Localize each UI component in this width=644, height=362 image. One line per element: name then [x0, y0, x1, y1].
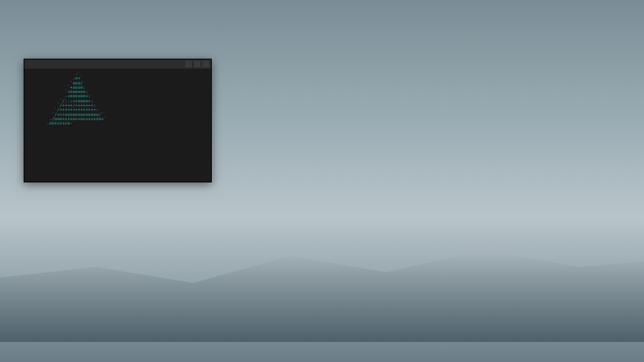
close-icon[interactable] [203, 61, 209, 67]
terminal-window[interactable]: -` .o+` `ooo/ `+oooo: `+oooooo: -+oooooo… [24, 59, 212, 182]
terminal-body[interactable]: -` .o+` `ooo/ `+oooo: `+oooooo: -+oooooo… [24, 69, 211, 129]
min-icon[interactable] [185, 61, 192, 67]
ascii-logo: -` .o+` `ooo/ `+oooo: `+oooooo: -+oooooo… [29, 72, 106, 126]
max-icon[interactable] [194, 61, 200, 67]
terminal-titlebar[interactable] [24, 59, 211, 69]
